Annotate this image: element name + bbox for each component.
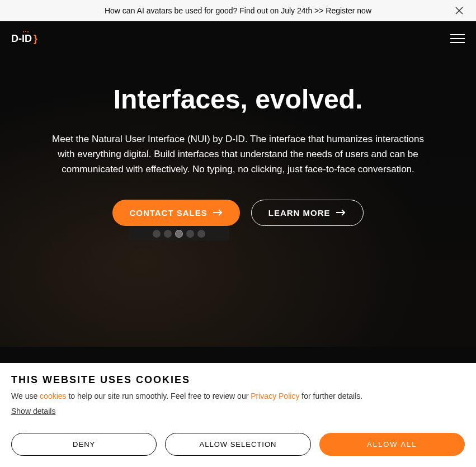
cookie-text-suffix: for further details. xyxy=(299,391,362,400)
arrow-right-icon xyxy=(213,208,223,218)
control-dot xyxy=(186,230,194,238)
hamburger-line xyxy=(450,38,465,39)
logo[interactable]: D-ID } xyxy=(11,30,39,48)
svg-point-2 xyxy=(23,31,24,32)
hero-content: Interfaces, evolved. Meet the Natural Us… xyxy=(22,84,454,226)
hero-section: Interfaces, evolved. Meet the Natural Us… xyxy=(0,56,476,347)
hero-title: Interfaces, evolved. xyxy=(22,84,454,115)
hamburger-menu-icon[interactable] xyxy=(450,34,465,43)
hero-description: Meet the Natural User Interface (NUI) by… xyxy=(48,131,428,177)
button-label: CONTACT SALES xyxy=(129,208,207,218)
cookie-buttons: DENY ALLOW SELECTION ALLOW ALL xyxy=(11,433,465,456)
announcement-text[interactable]: How can AI avatars be used for good? Fin… xyxy=(105,6,371,15)
cookies-link[interactable]: cookies xyxy=(40,391,66,400)
video-preview-controls xyxy=(129,227,229,240)
svg-text:D-ID: D-ID xyxy=(11,33,32,44)
cookie-text-prefix: We use xyxy=(11,391,40,400)
site-header: D-ID } xyxy=(0,21,476,56)
control-dot xyxy=(197,230,205,238)
arrow-right-icon xyxy=(336,208,346,218)
announcement-bar: How can AI avatars be used for good? Fin… xyxy=(0,0,476,21)
learn-more-button[interactable]: LEARN MORE xyxy=(251,200,364,226)
close-icon[interactable] xyxy=(454,5,465,16)
control-dot xyxy=(175,230,183,238)
deny-button[interactable]: DENY xyxy=(11,433,157,456)
control-dot xyxy=(164,230,172,238)
privacy-policy-link[interactable]: Privacy Policy xyxy=(251,391,299,400)
contact-sales-button[interactable]: CONTACT SALES xyxy=(112,200,239,226)
svg-point-4 xyxy=(27,31,29,32)
cookie-title: THIS WEBSITE USES COOKIES xyxy=(11,374,465,386)
hero-buttons: CONTACT SALES LEARN MORE xyxy=(22,200,454,226)
allow-all-button[interactable]: ALLOW ALL xyxy=(319,433,465,456)
svg-point-3 xyxy=(25,31,26,32)
button-label: LEARN MORE xyxy=(268,208,331,218)
cookie-text-mid: to help our site run smoothly. Feel free… xyxy=(67,391,251,400)
allow-selection-button[interactable]: ALLOW SELECTION xyxy=(165,433,310,456)
control-dot xyxy=(153,230,161,238)
show-details-link[interactable]: Show details xyxy=(11,407,55,416)
cookie-text: We use cookies to help our site run smoo… xyxy=(11,391,465,400)
hamburger-line xyxy=(450,34,465,35)
svg-text:}: } xyxy=(34,33,37,44)
hamburger-line xyxy=(450,42,465,43)
cookie-banner: THIS WEBSITE USES COOKIES We use cookies… xyxy=(0,363,476,467)
